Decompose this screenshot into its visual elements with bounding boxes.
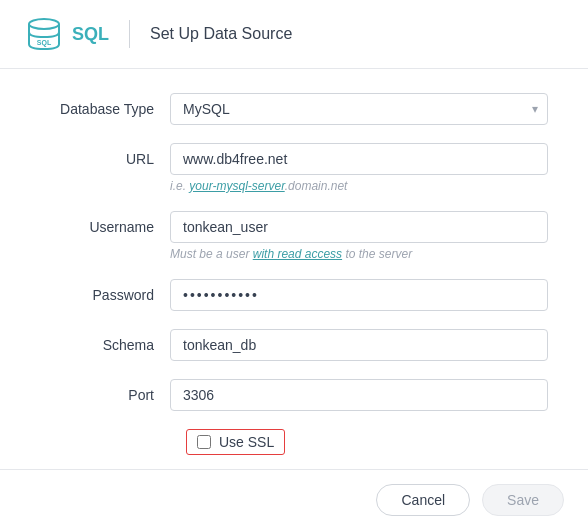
password-field-container — [170, 279, 548, 311]
url-hint-link[interactable]: your-mysql-server — [189, 179, 284, 193]
username-label: Username — [40, 211, 170, 235]
page-title: Set Up Data Source — [150, 25, 292, 43]
svg-point-0 — [29, 19, 59, 29]
schema-label: Schema — [40, 329, 170, 353]
header-divider — [129, 20, 130, 48]
logo-text: SQL — [72, 24, 109, 45]
username-hint: Must be a user with read access to the s… — [170, 247, 548, 261]
database-type-field: MySQL PostgreSQL MSSQL Oracle ▾ — [170, 93, 548, 125]
url-input[interactable] — [170, 143, 548, 175]
username-row: Username Must be a user with read access… — [40, 211, 548, 261]
password-input[interactable] — [170, 279, 548, 311]
database-type-row: Database Type MySQL PostgreSQL MSSQL Ora… — [40, 93, 548, 125]
port-label: Port — [40, 379, 170, 403]
username-field-container: Must be a user with read access to the s… — [170, 211, 548, 261]
database-type-select[interactable]: MySQL PostgreSQL MSSQL Oracle — [170, 93, 548, 125]
use-ssl-checkbox[interactable] — [197, 435, 211, 449]
database-type-label: Database Type — [40, 93, 170, 117]
use-ssl-label[interactable]: Use SSL — [219, 434, 274, 450]
svg-text:SQL: SQL — [37, 39, 52, 47]
schema-field-container — [170, 329, 548, 361]
url-row: URL i.e. your-mysql-server.domain.net — [40, 143, 548, 193]
footer: Cancel Save — [0, 469, 588, 530]
url-field-container: i.e. your-mysql-server.domain.net — [170, 143, 548, 193]
port-input[interactable] — [170, 379, 548, 411]
main-content: Database Type MySQL PostgreSQL MSSQL Ora… — [0, 69, 588, 530]
port-field-container — [170, 379, 548, 411]
sql-logo-icon: SQL — [24, 16, 64, 52]
read-access-link[interactable]: with read access — [253, 247, 342, 261]
password-row: Password — [40, 279, 548, 311]
cancel-button[interactable]: Cancel — [376, 484, 470, 516]
url-label: URL — [40, 143, 170, 167]
logo-area: SQL SQL — [24, 16, 109, 52]
username-input[interactable] — [170, 211, 548, 243]
ssl-checkbox-container: Use SSL — [186, 429, 285, 455]
schema-row: Schema — [40, 329, 548, 361]
url-hint: i.e. your-mysql-server.domain.net — [170, 179, 548, 193]
save-button: Save — [482, 484, 564, 516]
database-type-select-wrapper: MySQL PostgreSQL MSSQL Oracle ▾ — [170, 93, 548, 125]
password-label: Password — [40, 279, 170, 303]
port-row: Port — [40, 379, 548, 411]
header: SQL SQL Set Up Data Source — [0, 0, 588, 69]
schema-input[interactable] — [170, 329, 548, 361]
ssl-row: Use SSL — [40, 429, 548, 455]
